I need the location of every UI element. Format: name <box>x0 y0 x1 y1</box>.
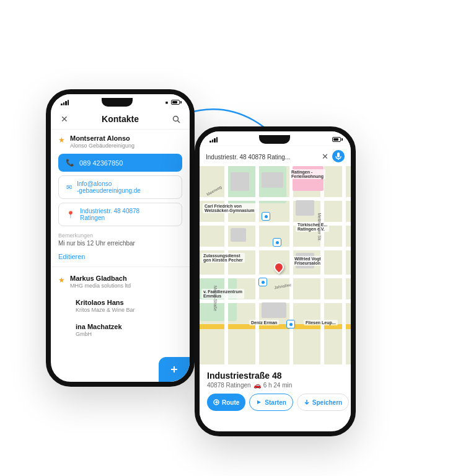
place-name: Industriestraße 48 <box>207 371 343 381</box>
notch-left <box>102 98 133 107</box>
contact-4-company: GmbH <box>76 331 182 337</box>
street-messe: Messe-Straße <box>213 286 218 311</box>
save-label: Speichern <box>312 399 342 406</box>
building-3 <box>231 228 246 242</box>
scene: ■ ✕ Kontakte ★ Montserrat Alonso Alonso … <box>27 27 449 449</box>
map-label-zulassung: Zulassungsdienstgen Kirsten Pecher <box>201 253 245 263</box>
remarks-section: Bemerkungen Mi nur bis 12 Uhr erreichbar <box>51 230 190 249</box>
phone-number-label: 089 42367850 <box>79 159 123 167</box>
contact-3-name: Kritolaos Hans <box>76 299 182 306</box>
email-icon: ✉ <box>66 183 72 192</box>
phone-action-button[interactable]: 📞 089 42367850 <box>58 154 182 172</box>
address-icon: 📍 <box>66 211 75 219</box>
close-button[interactable]: ✕ <box>58 113 71 125</box>
maps-search-text: Industriestr. 48 40878 Rating... <box>206 154 290 161</box>
place-distance-icon: 🚗 <box>253 382 261 389</box>
svg-point-0 <box>173 116 178 121</box>
edit-link[interactable]: Editieren <box>51 249 190 264</box>
svg-line-1 <box>177 120 180 123</box>
building-2 <box>262 172 283 188</box>
map-label-familienzentrum: v. FamilienzentrumEmmaus <box>201 289 244 299</box>
left-status-bar: ■ <box>51 94 190 109</box>
right-status-bar <box>200 131 351 146</box>
star-icon-2: ★ <box>58 276 65 284</box>
maps-search-bar: Industriestr. 48 40878 Rating... ✕ <box>200 146 351 166</box>
save-button[interactable]: Speichern <box>297 394 349 411</box>
contact-1-info: Montserrat Alonso Alonso Gebäudereinigun… <box>70 134 182 149</box>
remarks-label: Bemerkungen <box>58 232 182 239</box>
svg-line-14 <box>355 400 356 402</box>
poi-1 <box>262 212 270 221</box>
bottom-action-button[interactable] <box>159 357 190 382</box>
contact-1[interactable]: ★ Montserrat Alonso Alonso Gebäudereinig… <box>51 130 190 154</box>
address-action-button[interactable]: 📍 Industriestr. 48 40878Ratingen <box>58 203 182 226</box>
poi-2 <box>273 238 281 247</box>
search-button[interactable] <box>170 113 182 125</box>
map-actions-bar: Route Starten Speichern <box>207 394 343 413</box>
contacts-header: ✕ Kontakte <box>51 109 190 130</box>
place-details: 40878 Ratingen 🚗 6 h 24 min <box>207 382 343 389</box>
contact-4-info: ina Machatzek GmbH <box>76 323 182 337</box>
battery-right <box>332 137 341 142</box>
street-jahn: Jahnallee <box>274 283 292 290</box>
building-1 <box>231 172 249 191</box>
contact-4[interactable]: ina Machatzek GmbH <box>51 318 190 342</box>
battery-text-left: ■ <box>165 100 168 105</box>
svg-point-13 <box>353 402 355 403</box>
building-5 <box>262 302 286 318</box>
remarks-text: Mi nur bis 12 Uhr erreichbar <box>58 240 182 247</box>
star-icon-1: ★ <box>58 136 65 144</box>
maps-mic-button[interactable] <box>332 150 345 162</box>
poi-3 <box>258 278 267 286</box>
map-label-ratingen: Ratingen -Ferienwohnung <box>289 169 325 179</box>
contact-2-company: MHG media solutions ltd <box>70 283 182 289</box>
map-label-friseur: Wilfried VogtFriseursalon <box>293 256 323 266</box>
email-label: Info@alonso-gebaeudereinigung.de <box>77 180 141 194</box>
signal-bars-left <box>61 99 69 105</box>
maps-phone: Industriestr. 48 40878 Rating... ✕ <box>195 126 356 436</box>
map-label-turkisch: Türkischer E...Ratingen e.V. <box>296 222 329 232</box>
svg-rect-4 <box>337 152 340 157</box>
building-6 <box>296 200 314 216</box>
contact-2-info: Markus Gladbach MHG media solutions ltd <box>70 275 182 289</box>
contact-3[interactable]: Kritolaos Hans Kritos Maze & Wine Bar <box>51 294 190 318</box>
map-location-marker <box>274 262 284 275</box>
street-meerweg: Meerweg <box>206 185 223 196</box>
contact-1-company: Alonso Gebäudereinigung <box>70 143 182 149</box>
route-label: Route <box>222 399 239 406</box>
notch-right <box>259 135 290 144</box>
phone-icon: 📞 <box>66 159 74 167</box>
map-label-deniz: Deniz Erman <box>249 320 279 325</box>
map-display[interactable]: Ratingen -Ferienwohnung Carl Friedrich v… <box>200 166 351 364</box>
svg-line-15 <box>355 403 356 404</box>
share-button[interactable] <box>353 394 356 411</box>
svg-marker-10 <box>257 400 261 404</box>
contact-3-company: Kritos Maze & Wine Bar <box>76 307 182 313</box>
start-button[interactable]: Starten <box>249 394 293 411</box>
battery-left <box>171 100 180 105</box>
contact-2[interactable]: ★ Markus Gladbach MHG media solutions lt… <box>51 270 190 294</box>
maps-search-input[interactable]: Industriestr. 48 40878 Rating... <box>206 151 318 162</box>
contact-4-name: ina Machatzek <box>76 323 182 330</box>
contact-2-name: Markus Gladbach <box>70 275 182 282</box>
map-background: Ratingen -Ferienwohnung Carl Friedrich v… <box>200 166 351 364</box>
place-distance: 6 h 24 min <box>263 382 293 389</box>
contact-3-info: Kritolaos Hans Kritos Maze & Wine Bar <box>76 299 182 313</box>
start-label: Starten <box>265 399 286 406</box>
contacts-phone: ■ ✕ Kontakte ★ Montserrat Alonso Alonso … <box>46 89 195 387</box>
contact-1-name: Montserrat Alonso <box>70 134 182 142</box>
signal-bars-right <box>209 136 218 143</box>
place-address: 40878 Ratingen <box>207 382 251 389</box>
divider-1 <box>51 267 190 267</box>
poi-4 <box>286 320 295 328</box>
email-action-button[interactable]: ✉ Info@alonso-gebaeudereinigung.de <box>58 175 182 199</box>
map-label-gymnasium: Carl Friedrich vonWeizsäcker-Gymnasium <box>203 203 256 213</box>
route-button[interactable]: Route <box>207 394 245 411</box>
contacts-title: Kontakte <box>71 114 170 124</box>
address-label: Industriestr. 48 40878Ratingen <box>80 208 139 221</box>
maps-close-button[interactable]: ✕ <box>322 152 328 161</box>
street-mettmanner: Mettmanner Str. <box>317 213 322 241</box>
map-label-fliesen: Fliesen Leup... <box>304 320 338 325</box>
map-info-panel: Industriestraße 48 40878 Ratingen 🚗 6 h … <box>200 364 351 417</box>
